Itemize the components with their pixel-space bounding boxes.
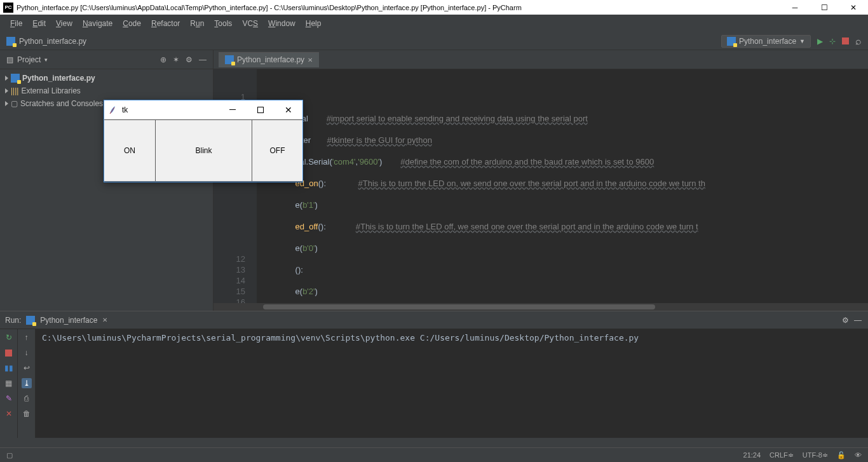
editor: Python_interface.py ✕ 123 12131415161718… — [214, 50, 868, 311]
tk-maximize-button[interactable] — [247, 100, 275, 119]
tkinter-window[interactable]: tk ✕ ON Blink OFF — [104, 100, 303, 182]
scroll-icon[interactable]: ⤓ — [22, 378, 32, 388]
readonly-icon[interactable]: 🔓 — [837, 451, 846, 459]
inspection-icon[interactable]: 👁 — [855, 451, 862, 459]
os-titlebar: PC Python_interface.py [C:\Users\luminus… — [0, 0, 868, 15]
breadcrumb-file[interactable]: Python_interface.py — [19, 37, 86, 46]
pycharm-icon: PC — [3, 3, 13, 13]
scratches-icon: ▢ — [11, 99, 18, 108]
menu-view[interactable]: View — [51, 19, 78, 28]
menu-run[interactable]: Run — [185, 19, 209, 28]
pin-icon[interactable]: ✎ — [4, 393, 14, 404]
python-file-icon — [26, 316, 35, 325]
editor-tabs: Python_interface.py ✕ — [214, 50, 868, 69]
collapse-icon[interactable]: ⊕ — [160, 55, 166, 64]
window-title: Python_interface.py [C:\Users\luminus\Ap… — [17, 4, 780, 11]
rerun-icon[interactable]: ↻ — [4, 332, 14, 343]
up-icon[interactable]: ↑ — [22, 332, 32, 343]
hide-icon[interactable]: — — [854, 316, 862, 325]
layout-icon[interactable]: ▦ — [4, 378, 14, 388]
file-encoding[interactable]: UTF-8≑ — [803, 451, 828, 459]
tk-off-button[interactable]: OFF — [252, 119, 302, 182]
menu-vcs[interactable]: VCS — [237, 19, 263, 28]
stop-icon[interactable] — [842, 37, 849, 44]
editor-tab-label: Python_interface.py — [237, 55, 304, 64]
hide-icon[interactable]: — — [199, 55, 207, 64]
menu-edit[interactable]: Edit — [27, 19, 51, 28]
close-icon[interactable]: ✕ — [4, 409, 14, 419]
run-tool-window: Run: Python_interface ✕ — ↻ ▮▮ ▦ ✎ ✕ ↑ ↓… — [0, 311, 868, 438]
menu-code[interactable]: Code — [118, 19, 146, 28]
navigation-bar: Python_interface.py Python_interface ▼ ▶… — [0, 32, 868, 50]
tree-item[interactable]: Python_interface.py — [0, 72, 213, 85]
menu-help[interactable]: Help — [301, 19, 327, 28]
print-icon[interactable]: ⎙ — [22, 393, 32, 404]
tree-item[interactable]: |||| External Libraries — [0, 85, 213, 97]
tk-feather-icon — [108, 105, 118, 115]
minimize-button[interactable]: ─ — [780, 0, 810, 15]
project-title[interactable]: Project — [17, 55, 41, 64]
run-panel-header: Run: Python_interface ✕ — — [0, 311, 868, 329]
tk-window-title: tk — [122, 105, 219, 114]
maximize-button[interactable]: ☐ — [810, 0, 839, 15]
gear-icon[interactable] — [186, 55, 193, 64]
project-tool-icon: ▤ — [6, 55, 13, 64]
horizontal-scrollbar[interactable] — [214, 303, 868, 311]
run-toolbar-secondary: ↑ ↓ ↩ ⤓ ⎙ 🗑 — [18, 329, 36, 438]
menu-refactor[interactable]: Refactor — [146, 19, 185, 28]
menu-file[interactable]: File — [5, 19, 27, 28]
run-toolbar-primary: ↻ ▮▮ ▦ ✎ ✕ — [0, 329, 18, 438]
pause-icon[interactable]: ▮▮ — [4, 363, 14, 373]
line-separator[interactable]: CRLF≑ — [770, 451, 794, 459]
run-body: ↻ ▮▮ ▦ ✎ ✕ ↑ ↓ ↩ ⤓ ⎙ 🗑 C:\Users\luminus\… — [0, 329, 868, 438]
menu-window[interactable]: Window — [263, 19, 301, 28]
gear-icon[interactable] — [842, 316, 849, 325]
tk-on-button[interactable]: ON — [104, 119, 155, 182]
wrap-icon[interactable]: ↩ — [22, 363, 32, 373]
tree-item-label: Scratches and Consoles — [20, 99, 103, 108]
locate-icon[interactable]: ✶ — [173, 55, 179, 64]
python-file-icon — [11, 74, 20, 83]
tk-titlebar[interactable]: tk ✕ — [104, 100, 302, 119]
python-file-icon — [727, 37, 736, 46]
run-config-selector[interactable]: Python_interface ▼ — [721, 35, 811, 48]
down-icon[interactable]: ↓ — [22, 348, 32, 358]
python-file-icon — [225, 55, 234, 64]
close-tab-icon[interactable]: ✕ — [102, 316, 107, 323]
expand-icon[interactable] — [5, 88, 8, 93]
main-menu: File Edit View Navigate Code Refactor Ru… — [0, 15, 868, 32]
library-icon: |||| — [11, 86, 18, 95]
tree-item-label: Python_interface.py — [22, 74, 95, 83]
tk-close-button[interactable]: ✕ — [275, 100, 302, 119]
run-icon[interactable]: ▶ — [817, 37, 823, 46]
search-icon[interactable] — [855, 36, 862, 47]
chevron-down-icon: ▼ — [799, 38, 805, 44]
close-button[interactable]: ✕ — [839, 0, 868, 15]
menu-navigate[interactable]: Navigate — [78, 19, 118, 28]
console-output[interactable]: C:\Users\luminus\PycharmProjects\serial_… — [36, 329, 868, 438]
editor-tab[interactable]: Python_interface.py ✕ — [219, 52, 319, 67]
run-config-label: Python_interface — [739, 37, 796, 46]
status-left-icon[interactable]: ▢ — [6, 451, 13, 459]
tk-body: ON Blink OFF — [104, 119, 302, 182]
expand-icon[interactable] — [5, 101, 8, 106]
trash-icon[interactable]: 🗑 — [22, 409, 32, 419]
menu-tools[interactable]: Tools — [209, 19, 237, 28]
code-content[interactable]: import serial #import serial to enable s… — [263, 102, 868, 303]
python-file-icon — [6, 37, 15, 46]
debug-icon[interactable]: ⊹ — [829, 37, 836, 46]
window-controls: ─ ☐ ✕ — [780, 0, 868, 15]
tree-item-label: External Libraries — [21, 86, 80, 95]
code-editor[interactable]: 123 12131415161718192021 import serial #… — [214, 69, 868, 303]
stop-icon[interactable] — [4, 348, 14, 358]
tk-minimize-button[interactable] — [219, 100, 247, 119]
run-tab-label[interactable]: Python_interface — [40, 316, 97, 325]
cursor-position[interactable]: 21:24 — [743, 451, 761, 459]
run-panel-title: Run: — [5, 316, 21, 325]
chevron-down-icon[interactable]: ▾ — [44, 57, 48, 63]
expand-icon[interactable] — [5, 76, 8, 81]
status-bar: ▢ 21:24 CRLF≑ UTF-8≑ 🔓 👁 — [0, 447, 868, 462]
close-tab-icon[interactable]: ✕ — [308, 57, 313, 64]
tk-blink-button[interactable]: Blink — [155, 119, 252, 182]
project-header: ▤ Project ▾ ⊕ ✶ — — [0, 50, 213, 69]
